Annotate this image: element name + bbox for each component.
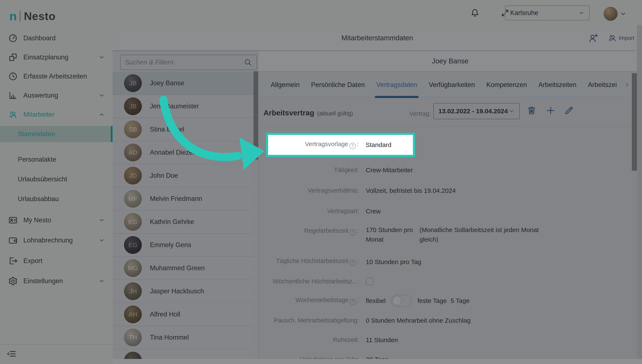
sidebar-item-stammdaten[interactable]: Stammdaten — [0, 126, 113, 142]
user-menu-chevron-icon[interactable] — [619, 10, 627, 18]
field-row-wochenarbeitstage: Wochenarbeitstage?:flexibelfeste Tage5 T… — [258, 291, 632, 310]
weekly-max-checkbox[interactable] — [366, 278, 374, 285]
sidebar-collapse-icon[interactable] — [6, 349, 17, 359]
contract-select-value: 13.02.2022 - 19.04.2024 — [438, 108, 508, 115]
page-scrollbar-thumb[interactable] — [632, 73, 637, 171]
tab-persönliche-daten[interactable]: Persönliche Daten — [311, 81, 365, 89]
sidebar-item-label: Mitarbeiter — [23, 111, 54, 118]
list-item-kathrin-gehrke[interactable]: KGKathrin Gehrke — [113, 210, 253, 234]
active-tab-underline — [375, 96, 418, 98]
delete-contract-button[interactable] — [526, 105, 537, 116]
field-label: Regelarbeitszeit?: — [266, 227, 359, 236]
sidebar-item-mitarbeiter[interactable]: Mitarbeiter — [0, 105, 113, 124]
sidebar-item-label: Dashboard — [23, 34, 56, 42]
sidebar-item-urlaubsabbau[interactable]: Urlaubsabbau — [0, 190, 113, 208]
avatar: MF — [124, 190, 142, 208]
list-item-muhammed-green[interactable]: MGMuhammed Green — [113, 257, 253, 280]
add-contract-button[interactable] — [545, 105, 556, 116]
chart-icon — [8, 90, 18, 100]
import-label: Import — [619, 35, 634, 41]
field-row-pausch-mehrarbeitsabgeltung: Pausch. Mehrarbeitsabgeltung:0 Stunden M… — [258, 310, 632, 330]
location-value: Karlsruhe — [510, 9, 538, 17]
tab-kompetenzen[interactable]: Kompetenzen — [486, 81, 527, 89]
field-note: (Monatliche Sollarbeitszeit ist jeden Mo… — [420, 225, 547, 244]
sidebar-divider — [0, 344, 113, 344]
workdays-toggle-group: flexibelfeste Tage5 Tage — [366, 295, 470, 307]
sidebar-item-personalakte[interactable]: Personalakte — [0, 151, 113, 168]
help-icon[interactable]: ? — [350, 229, 356, 236]
sidebar-item-label: Lohnabrechnung — [23, 236, 73, 244]
sidebar-item-label: Erfasste Arbeitszeiten — [23, 72, 87, 80]
list-item-jasper-hackbusch[interactable]: JHJasper Hackbusch — [113, 280, 253, 303]
list-scrollbar-thumb[interactable] — [253, 71, 258, 160]
nesto-logo: n Nesto — [9, 10, 56, 22]
sidebar-item-urlaubs-bersicht[interactable]: Urlaubsübersicht — [0, 171, 113, 188]
employee-name: Stina Bickel — [150, 126, 184, 133]
employee-name: Joey Banse — [150, 79, 184, 87]
avatar: SB — [124, 120, 142, 138]
field-value: Vollzeit, befristet bis 19.04.2024 — [366, 186, 456, 195]
sidebar-item-label: Stammdaten — [18, 130, 55, 138]
logo-wordmark: Nesto — [24, 10, 55, 22]
tabs-overflow-chevron-icon[interactable] — [624, 82, 630, 88]
tab-vertragsdaten[interactable]: Vertragsdaten — [376, 81, 417, 89]
list-item-tina-hommel[interactable]: THTina Hommel — [113, 326, 253, 349]
chevron-down-icon — [99, 278, 105, 284]
import-button[interactable]: Import — [608, 33, 634, 43]
list-scrollbar[interactable] — [253, 51, 258, 364]
page-scrollbar-track[interactable] — [637, 25, 642, 364]
help-icon[interactable]: ? — [350, 260, 356, 266]
contract-select[interactable]: 13.02.2022 - 19.04.2024 — [433, 103, 520, 119]
topbar: Karlsruhe — [113, 0, 642, 25]
list-item-annabel-diezel[interactable]: ADAnnabel Diezel — [113, 141, 253, 164]
sidebar-item-my-nesto[interactable]: My Nesto — [0, 211, 113, 230]
tab-arbeitszeiten[interactable]: Arbeitszeiten — [538, 81, 576, 89]
employee-name: Jens Baumeister — [150, 102, 199, 110]
search-input[interactable]: Suchen & Filtern — [120, 55, 257, 70]
tabbar-underline — [258, 97, 629, 97]
sidebar-item-lohnabrechnung[interactable]: Lohnabrechnung — [0, 231, 113, 250]
employee-name: Annabel Diezel — [150, 149, 194, 156]
field-row-regelarbeitszeit: Regelarbeitszeit?:170 Stunden pro Monat(… — [258, 221, 632, 252]
horizontal-scrollbar[interactable] — [113, 359, 642, 364]
add-employee-button[interactable] — [588, 32, 599, 44]
highlighted-vertragsvorlage-field[interactable]: Vertragsvorlage?: Standard — [266, 133, 415, 157]
list-item-jens-baumeister[interactable]: JBJens Baumeister — [113, 95, 253, 118]
detail-title-bar: Joey Banse — [258, 51, 642, 72]
highlight-label: Vertragsvorlage?: — [268, 141, 359, 149]
sidebar: n Nesto DashboardEinsatzplanungErfasste … — [0, 0, 113, 364]
user-avatar[interactable] — [603, 7, 617, 21]
list-item-john-doe[interactable]: JDJohn Doe — [113, 164, 253, 187]
contract-title: Arbeitsvertrag(aktuell gültig) — [263, 108, 353, 117]
tab-allgemein[interactable]: Allgemein — [271, 81, 299, 89]
list-item-joey-banse[interactable]: JBJoey Banse — [113, 72, 253, 95]
bell-icon[interactable] — [470, 8, 480, 18]
tab-arbeitszei[interactable]: Arbeitszei — [588, 81, 617, 89]
sidebar-item-auswertung[interactable]: Auswertung — [0, 86, 113, 105]
sidebar-item-einsatzplanung[interactable]: Einsatzplanung — [0, 48, 113, 67]
field-row-tägliche-höchstarbeitszeit: Tägliche Höchstarbeitszeit?:10 Stunden p… — [258, 252, 632, 272]
chevron-down-icon — [578, 10, 584, 16]
tab-verf-gbarkeiten[interactable]: Verfügbarkeiten — [429, 81, 475, 89]
employee-name: Melvin Friedmann — [150, 195, 202, 202]
sidebar-item-export[interactable]: Export — [0, 251, 113, 270]
employee-list-panel: Suchen & Filtern JBJoey BanseJBJens Baum… — [113, 51, 258, 364]
chevron-up-icon — [99, 111, 105, 118]
search-icon[interactable] — [244, 58, 252, 66]
avatar: MG — [124, 259, 142, 277]
list-item-emmely-gens[interactable]: EGEmmely Gens — [113, 234, 253, 257]
field-value: 170 Stunden pro Monat — [366, 225, 419, 244]
toggle-knob — [392, 296, 402, 305]
sidebar-item-einstellungen[interactable]: Einstellungen — [0, 272, 113, 290]
edit-contract-button[interactable] — [564, 105, 574, 116]
list-item-melvin-friedmann[interactable]: MFMelvin Friedmann — [113, 187, 253, 210]
avatar: JH — [124, 282, 142, 300]
flexible-days-toggle[interactable] — [391, 295, 412, 307]
sidebar-item-erfasste-arbeitszeiten[interactable]: Erfasste Arbeitszeiten — [0, 67, 113, 86]
location-select[interactable]: Karlsruhe — [505, 6, 589, 20]
list-item-alfred-holl[interactable]: AHAlfred Holl — [113, 303, 253, 326]
field-row-tätigkeit: Tätigkeit:Crew-Mitarbeiter — [258, 160, 632, 180]
help-icon[interactable]: ? — [350, 299, 356, 305]
sidebar-item-dashboard[interactable]: Dashboard — [0, 29, 113, 48]
list-item-stina-bickel[interactable]: SBStina Bickel — [113, 118, 253, 141]
